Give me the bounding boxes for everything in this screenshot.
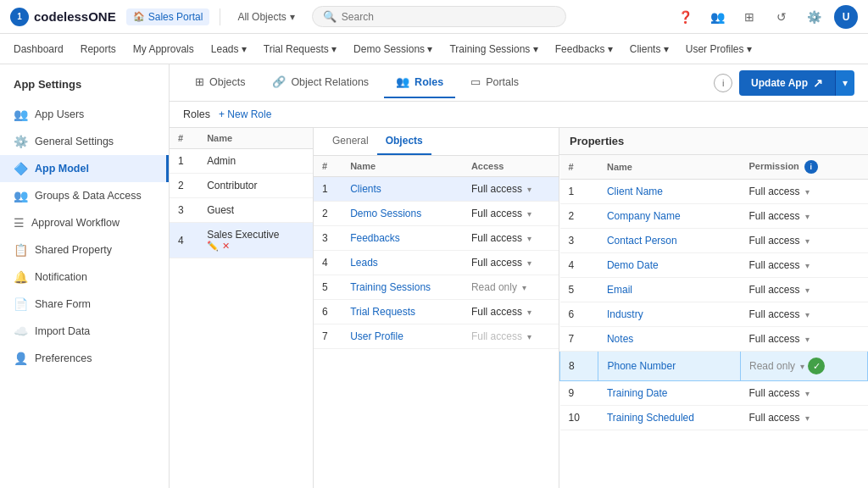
prop-name[interactable]: Training Date (607, 387, 668, 399)
perm-dropdown-icon[interactable]: ▾ (805, 413, 810, 423)
nav-dashboard[interactable]: Dashboard (14, 36, 64, 62)
prop-name[interactable]: Contact Person (607, 235, 677, 247)
table-row[interactable]: 7 Notes Full access▾ (560, 327, 868, 352)
table-row[interactable]: 8 Phone Number Read only▾✓ (560, 352, 868, 381)
history-icon[interactable]: ↺ (770, 5, 793, 29)
confirm-check-icon[interactable]: ✓ (808, 358, 825, 374)
table-row[interactable]: 5 Email Full access▾ (560, 278, 868, 302)
update-app-dropdown-button[interactable]: ▾ (835, 70, 854, 96)
table-row[interactable]: 9 Training Date Full access▾ (560, 381, 868, 406)
all-objects-button[interactable]: All Objects ▾ (231, 8, 301, 25)
perm-dropdown-icon[interactable]: ▾ (800, 362, 804, 371)
prop-name[interactable]: Client Name (607, 186, 663, 197)
prop-name[interactable]: Email (607, 284, 632, 296)
table-row[interactable]: 1 Clients Full access▾ (314, 177, 559, 202)
perm-dropdown-icon[interactable]: ▾ (805, 310, 810, 319)
prop-name[interactable]: Industry (607, 308, 643, 320)
new-role-button[interactable]: + New Role (219, 108, 271, 120)
table-row[interactable]: 2 Contributor (170, 174, 313, 198)
avatar[interactable]: U (834, 5, 858, 29)
nav-approvals[interactable]: My Approvals (133, 36, 194, 62)
perm-dropdown-icon[interactable]: ▾ (805, 335, 810, 344)
table-row[interactable]: 6 Trial Requests Full access▾ (314, 300, 559, 324)
nav-clients[interactable]: Clients ▾ (630, 36, 669, 62)
table-row[interactable]: 2 Demo Sessions Full access▾ (314, 202, 559, 226)
access-dropdown-icon[interactable]: ▾ (527, 234, 531, 243)
access-dropdown-icon[interactable]: ▾ (527, 332, 531, 341)
sidebar-item-preferences[interactable]: 👤 Preferences (0, 345, 169, 372)
table-row[interactable]: 4 Leads Full access▾ (314, 251, 559, 275)
tab-objects[interactable]: ⊞ Objects (183, 67, 257, 98)
object-name[interactable]: Clients (350, 183, 381, 195)
info-icon[interactable]: i (714, 74, 732, 92)
object-name[interactable]: Feedbacks (350, 232, 400, 244)
access-dropdown-icon[interactable]: ▾ (522, 283, 526, 292)
table-row[interactable]: 2 Company Name Full access▾ (560, 204, 868, 229)
prop-name[interactable]: Demo Date (607, 259, 659, 271)
perm-dropdown-icon[interactable]: ▾ (805, 187, 810, 197)
sidebar-item-groups-data[interactable]: 👥 Groups & Data Access (0, 182, 169, 209)
search-input[interactable] (342, 11, 555, 23)
table-row[interactable]: 1 Admin (170, 149, 313, 174)
table-row[interactable]: 3 Feedbacks Full access▾ (314, 226, 559, 251)
sidebar-item-app-users[interactable]: 👥 App Users (0, 101, 169, 128)
table-row[interactable]: 1 Client Name Full access▾ (560, 180, 868, 204)
table-row[interactable]: 7 User Profile Full access▾ (314, 324, 559, 349)
nav-user-profiles[interactable]: User Profiles ▾ (686, 36, 752, 62)
prop-name[interactable]: Notes (607, 333, 633, 345)
edit-role-icon[interactable]: ✏️ (207, 241, 219, 252)
sidebar-item-notification[interactable]: 🔔 Notification (0, 263, 169, 291)
settings-icon[interactable]: ⚙️ (802, 5, 826, 29)
object-name[interactable]: Leads (350, 257, 378, 269)
users-icon[interactable]: 👥 (705, 5, 729, 29)
update-app-button[interactable]: Update App ↗ (739, 70, 835, 96)
sidebar-item-general-settings[interactable]: ⚙️ General Settings (0, 128, 169, 155)
perm-dropdown-icon[interactable]: ▾ (805, 212, 810, 221)
prop-name[interactable]: Training Scheduled (607, 412, 694, 424)
access-dropdown-icon[interactable]: ▾ (527, 258, 531, 268)
nav-training-sessions[interactable]: Training Sessions ▾ (449, 36, 537, 62)
sidebar-item-shared-property[interactable]: 📋 Shared Property (0, 236, 169, 263)
table-row[interactable]: 4 Sales Executive ✏️ ✕ (170, 223, 313, 258)
prop-name[interactable]: Phone Number (607, 360, 676, 372)
table-row[interactable]: 5 Training Sessions Read only▾ (314, 275, 559, 300)
perm-dropdown-icon[interactable]: ▾ (805, 389, 810, 398)
access-dropdown-icon[interactable]: ▾ (527, 185, 531, 194)
permission-info-icon[interactable]: i (804, 160, 818, 174)
nav-feedbacks[interactable]: Feedbacks ▾ (555, 36, 613, 62)
object-name[interactable]: Trial Requests (350, 306, 415, 318)
perm-dropdown-icon[interactable]: ▾ (805, 261, 810, 270)
tab-portals[interactable]: ▭ Portals (459, 67, 531, 98)
sidebar-item-share-form[interactable]: 📄 Share Form (0, 291, 169, 318)
help-icon[interactable]: ❓ (673, 5, 697, 29)
prop-name[interactable]: Company Name (607, 210, 681, 222)
table-row[interactable]: 6 Industry Full access▾ (560, 302, 868, 327)
sidebar-item-import-data[interactable]: ☁️ Import Data (0, 318, 169, 345)
table-row[interactable]: 3 Guest (170, 198, 313, 223)
panel-tab-objects[interactable]: Objects (377, 128, 431, 155)
perm-dropdown-icon[interactable]: ▾ (805, 286, 810, 295)
object-name[interactable]: Demo Sessions (350, 208, 421, 219)
object-name[interactable]: User Profile (350, 330, 403, 342)
nav-reports[interactable]: Reports (81, 36, 116, 62)
delete-role-icon[interactable]: ✕ (222, 241, 230, 252)
roles-col-name: Name (198, 128, 313, 149)
panel-tab-general[interactable]: General (324, 128, 377, 155)
table-row[interactable]: 3 Contact Person Full access▾ (560, 229, 868, 253)
tab-object-relations[interactable]: 🔗 Object Relations (260, 67, 381, 98)
table-row[interactable]: 10 Training Scheduled Full access▾ (560, 406, 868, 430)
perm-dropdown-icon[interactable]: ▾ (805, 236, 810, 246)
tab-roles[interactable]: 👥 Roles (384, 67, 455, 98)
search-bar[interactable]: 🔍 (312, 6, 566, 27)
table-row[interactable]: 4 Demo Date Full access▾ (560, 253, 868, 278)
access-dropdown-icon[interactable]: ▾ (527, 308, 531, 317)
app-selector[interactable]: 🏠 Sales Portal (126, 8, 210, 25)
access-dropdown-icon[interactable]: ▾ (527, 209, 531, 219)
object-name[interactable]: Training Sessions (350, 281, 431, 293)
nav-trial-requests[interactable]: Trial Requests ▾ (264, 36, 337, 62)
sidebar-item-approval-workflow[interactable]: ☰ Approval Workflow (0, 209, 169, 236)
nav-leads[interactable]: Leads ▾ (211, 36, 247, 62)
nav-demo-sessions[interactable]: Demo Sessions ▾ (353, 36, 432, 62)
sidebar-item-app-model[interactable]: 🔷 App Model (0, 155, 169, 182)
grid-icon[interactable]: ⊞ (737, 5, 761, 29)
